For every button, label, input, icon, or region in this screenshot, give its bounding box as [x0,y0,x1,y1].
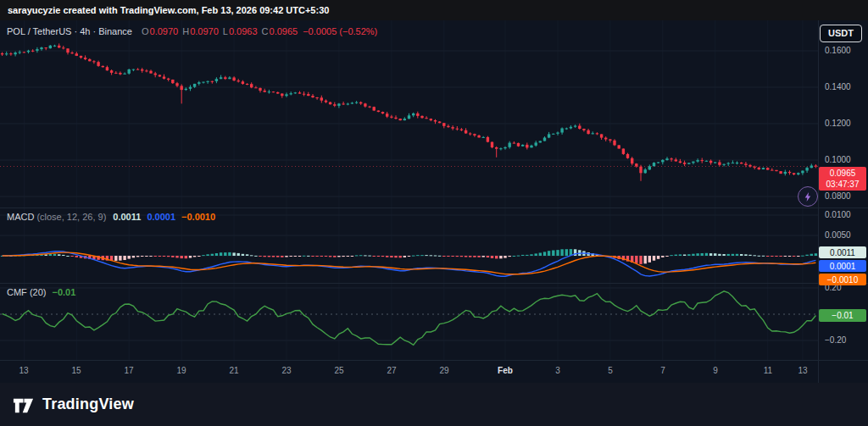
close-value: 0.0965 [270,26,298,36]
currency-toggle-button[interactable]: USDT [820,25,862,42]
tradingview-chart-page: sarayucyzie created with TradingView.com… [0,0,868,426]
symbol-title[interactable]: POL / TetherUS · 4h · Binance [7,26,132,36]
time-axis-tick: 17 [116,366,142,375]
time-axis-tick: 13 [11,366,36,375]
macd-signal-value: −0.0010 [181,212,215,222]
pane-divider-cmf[interactable] [0,283,868,284]
time-axis-tick: 7 [650,366,676,375]
footer-bar: TradingView [0,383,868,426]
tradingview-logo[interactable]: TradingView [12,393,134,416]
high-value: 0.0970 [190,26,219,36]
time-axis-tick: 9 [703,366,728,375]
lightning-icon [803,191,814,202]
symbol-legend[interactable]: POL / TetherUS · 4h · BinanceO0.0970H0.0… [7,26,377,36]
cmf-axis-label: −0.20 [825,335,846,346]
price-pane-canvas[interactable] [0,20,818,207]
change-value: −0.0005 (−0.52%) [303,26,377,36]
time-axis-tick: 21 [221,366,247,375]
price-axis-label: 0.1000 [825,155,851,165]
open-label: O [142,26,149,36]
time-axis-tick: 3 [545,366,570,375]
cmf-legend[interactable]: CMF (20)−0.01 [7,287,75,297]
time-axis-tick: 15 [64,366,89,375]
last-price-label: 0.096503:47:37 [819,167,866,191]
attribution-bar: sarayucyzie created with TradingView.com… [0,0,868,20]
time-axis-tick: 29 [431,366,457,375]
low-label: L [223,26,228,36]
macd-line-axis-value: 0.0001 [819,260,866,272]
time-axis-tick: 5 [598,366,623,375]
price-axis-label: 0.1600 [825,46,851,56]
time-axis-tick: 27 [379,366,404,375]
macd-legend[interactable]: MACD(close, 12, 26, 9)0.00110.0001−0.001… [7,212,215,222]
last-price-value: 0.0965 [830,168,856,179]
macd-histogram-axis-value: 0.0011 [819,246,866,258]
close-label: C [262,26,269,36]
macd-axis-label: 0.0100 [825,210,851,220]
pane-divider-macd[interactable] [0,207,868,208]
price-axis-label: 0.1400 [825,82,851,92]
price-axis-label: 0.1200 [825,119,851,129]
low-value: 0.0963 [229,26,258,36]
macd-title: MACD [7,212,34,222]
time-axis-tick: 23 [274,366,299,375]
time-axis[interactable]: 131517192123252729Feb35791113 [0,360,818,383]
macd-axis-label: 0.0050 [825,230,851,241]
macd-histogram-value: 0.0011 [113,212,141,222]
time-axis-tick: 25 [326,366,352,375]
time-axis-tick: 19 [169,366,194,375]
brand-name: TradingView [42,396,134,413]
high-label: H [182,26,189,36]
cmf-pane-canvas[interactable] [0,283,818,360]
cmf-title: CMF (20) [7,287,46,297]
instant-trade-button[interactable] [798,186,818,207]
macd-line-value: 0.0001 [147,212,175,222]
macd-signal-axis-value: −0.0010 [819,274,866,285]
cmf-axis-value: −0.01 [819,309,866,322]
price-axis-label: 0.0800 [825,191,851,202]
cmf-value: −0.01 [52,287,75,297]
time-axis-tick: 11 [755,366,781,375]
tradingview-logo-icon [12,393,35,416]
time-axis-tick: Feb [492,366,518,375]
macd-params: (close, 12, 26, 9) [36,212,106,222]
open-value: 0.0970 [150,26,179,36]
price-axis[interactable]: 0.16000.14000.12000.10000.08000.01000.00… [819,20,868,360]
attribution-text: sarayucyzie created with TradingView.com… [8,5,329,15]
bar-countdown: 03:47:37 [826,179,860,190]
time-axis-tick: 13 [790,366,815,375]
